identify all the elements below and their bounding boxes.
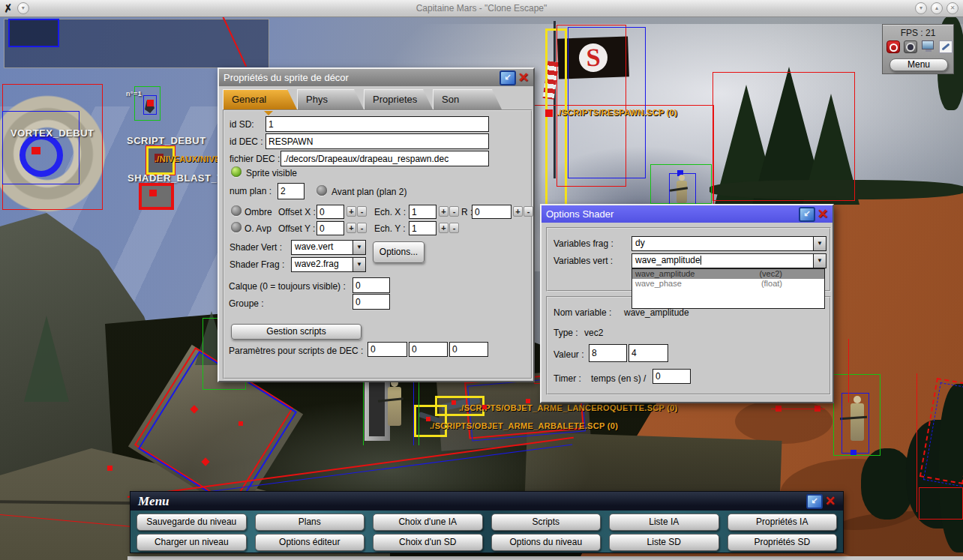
menu-title: Menu bbox=[138, 494, 170, 509]
door-inner bbox=[369, 378, 385, 436]
close-icon[interactable]: ✕ bbox=[946, 2, 958, 14]
ech-y-minus-button[interactable]: - bbox=[449, 223, 459, 233]
r-minus-button[interactable]: - bbox=[524, 206, 533, 217]
groupe-input[interactable] bbox=[352, 294, 390, 310]
tab-proprietes[interactable]: Proprietes bbox=[364, 89, 433, 109]
soldier-bbox-inner[interactable] bbox=[669, 173, 696, 206]
fps-menu-button[interactable]: Menu bbox=[890, 58, 948, 71]
offset-x-input[interactable] bbox=[316, 205, 344, 219]
shader-dialog-titlebar[interactable]: Options Shader ↙ ✕ bbox=[542, 205, 832, 223]
ech-x-minus-button[interactable]: - bbox=[449, 206, 459, 217]
param-dec-input-3[interactable] bbox=[449, 342, 488, 357]
shader-anchor[interactable] bbox=[149, 190, 157, 196]
vortex-anchor[interactable] bbox=[32, 147, 40, 154]
gestion-scripts-button[interactable]: Gestion scripts bbox=[231, 324, 362, 340]
calque-input[interactable] bbox=[352, 277, 390, 293]
variables-frag-combo[interactable]: dy ▼ bbox=[632, 236, 826, 251]
spawn-anchor[interactable] bbox=[147, 100, 154, 106]
liste-sd-button[interactable]: Liste SD bbox=[609, 534, 719, 551]
ombre-radio[interactable] bbox=[231, 205, 242, 216]
app-icon: ✗ bbox=[3, 1, 14, 14]
shader-frag-combo[interactable]: wave2.frag ▼ bbox=[291, 257, 366, 272]
vortex-bbox-inner[interactable] bbox=[2, 111, 80, 184]
tab-son[interactable]: Son bbox=[433, 89, 502, 109]
avant-plan-radio[interactable] bbox=[316, 185, 327, 196]
editor-options-button[interactable]: Options éditeur bbox=[255, 534, 365, 551]
dropdown-arrow-icon[interactable]: ▼ bbox=[813, 254, 826, 268]
timer-input[interactable] bbox=[652, 369, 691, 384]
dropdown-arrow-icon[interactable]: ▼ bbox=[813, 237, 826, 250]
spawn-number-label: n°=1 bbox=[126, 90, 142, 97]
dropdown-arrow-icon[interactable]: ▼ bbox=[352, 258, 365, 271]
respawn-anchor[interactable] bbox=[545, 109, 553, 117]
offset-x-minus-button[interactable]: - bbox=[357, 206, 367, 217]
shader-options-button[interactable]: Options... bbox=[373, 241, 424, 263]
ech-y-input[interactable] bbox=[409, 221, 436, 235]
variables-vert-combo[interactable]: wave_amplitude ▼ bbox=[632, 253, 826, 268]
save-level-button[interactable]: Sauvegarde du niveau bbox=[136, 514, 247, 531]
tools-icon[interactable] bbox=[939, 40, 952, 53]
maximize-icon[interactable]: ▴ bbox=[931, 2, 943, 14]
tab-phys[interactable]: Phys bbox=[297, 89, 364, 109]
load-level-button[interactable]: Charger un niveau bbox=[136, 534, 247, 551]
fichier-dec-input[interactable] bbox=[280, 151, 489, 166]
o-avp-label: O. Avp bbox=[244, 223, 272, 234]
power-icon[interactable] bbox=[886, 40, 900, 53]
offset-y-minus-button[interactable]: - bbox=[357, 223, 367, 233]
dropdown-item-name: wave_phase bbox=[635, 279, 682, 289]
close-icon[interactable]: ✕ bbox=[818, 208, 828, 220]
ech-y-plus-button[interactable]: + bbox=[439, 223, 448, 233]
dropdown-item-wave-amplitude[interactable]: wave_amplitude (vec2) bbox=[632, 269, 824, 279]
o-avp-radio[interactable] bbox=[231, 222, 242, 232]
id-sd-input[interactable] bbox=[266, 116, 489, 132]
weapon-anchor[interactable] bbox=[452, 400, 456, 405]
flag-bbox2[interactable] bbox=[568, 27, 646, 178]
r-input[interactable] bbox=[472, 205, 512, 219]
dropdown-item-wave-phase[interactable]: wave_phase (float) bbox=[632, 279, 824, 289]
close-icon[interactable]: ✕ bbox=[518, 72, 529, 84]
offset-y-input[interactable] bbox=[316, 221, 344, 235]
monitor-icon[interactable] bbox=[922, 40, 935, 53]
menu-titlebar[interactable]: Menu ↙ ✕ bbox=[130, 492, 843, 511]
minimize-icon[interactable]: ▾ bbox=[915, 2, 927, 14]
rollup-icon[interactable]: ↙ bbox=[799, 207, 815, 222]
choose-sd-button[interactable]: Choix d'un SD bbox=[373, 534, 483, 551]
params-dec-label: Paramètres pour scripts de DEC : bbox=[229, 346, 363, 356]
scripts-button[interactable]: Scripts bbox=[491, 514, 602, 531]
sprite-dialog-titlebar[interactable]: Propriétés du sprite de décor ↙ ✕ bbox=[219, 69, 533, 86]
selection-subregion[interactable] bbox=[8, 19, 59, 47]
sprite-visible-radio[interactable] bbox=[231, 166, 242, 177]
trees-bbox[interactable] bbox=[712, 72, 855, 201]
offset-x-label: Offset X : bbox=[278, 207, 316, 217]
camera-icon[interactable] bbox=[904, 40, 917, 53]
red-line bbox=[916, 373, 917, 512]
offset-y-plus-button[interactable]: + bbox=[346, 223, 356, 233]
level-options-button[interactable]: Options du niveau bbox=[491, 534, 602, 551]
ech-x-input[interactable] bbox=[409, 205, 436, 219]
rollup-icon[interactable]: ↙ bbox=[806, 494, 823, 509]
valeur-input-2[interactable] bbox=[628, 344, 668, 362]
soldier-bbox-inner[interactable] bbox=[842, 393, 869, 454]
shade-icon[interactable]: ▾ bbox=[17, 2, 29, 14]
plans-button[interactable]: Plans bbox=[255, 514, 365, 531]
num-plan-input[interactable] bbox=[278, 183, 304, 199]
tab-general[interactable]: General bbox=[223, 89, 297, 109]
param-dec-input-1[interactable] bbox=[368, 342, 407, 357]
rollup-icon[interactable]: ↙ bbox=[500, 70, 516, 85]
choose-ia-button[interactable]: Choix d'une IA bbox=[373, 514, 483, 531]
id-dec-input[interactable] bbox=[266, 133, 489, 149]
param-dec-input-2[interactable] bbox=[409, 342, 448, 357]
close-icon[interactable]: ✕ bbox=[825, 496, 836, 508]
proprietes-ia-button[interactable]: Propriétés IA bbox=[728, 514, 838, 531]
shader-vert-combo[interactable]: wave.vert ▼ bbox=[291, 240, 366, 255]
ech-x-plus-button[interactable]: + bbox=[439, 206, 448, 217]
shader-vert-value: wave.vert bbox=[292, 241, 352, 254]
liste-ia-button[interactable]: Liste IA bbox=[609, 514, 719, 531]
shader-marker[interactable] bbox=[139, 183, 174, 210]
soldier-sprite[interactable] bbox=[384, 379, 405, 439]
valeur-input-1[interactable] bbox=[589, 344, 627, 362]
dropdown-arrow-icon[interactable]: ▼ bbox=[352, 241, 365, 254]
offset-x-plus-button[interactable]: + bbox=[346, 206, 356, 217]
r-plus-button[interactable]: + bbox=[513, 206, 523, 217]
proprietes-sd-button[interactable]: Propriétés SD bbox=[728, 534, 838, 551]
